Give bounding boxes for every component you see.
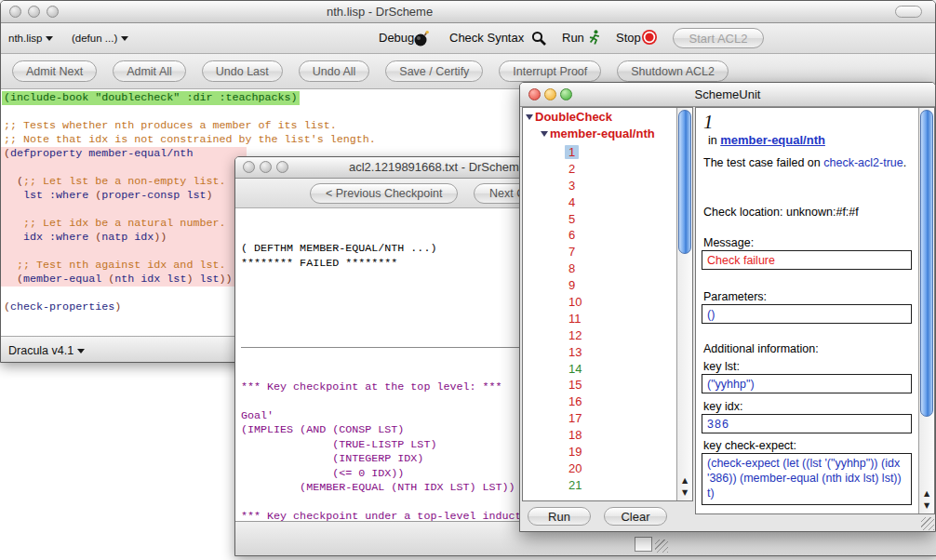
- search-icon[interactable]: [531, 31, 547, 47]
- runner-icon[interactable]: [586, 29, 602, 47]
- scroll-up-arrow[interactable]: ▲: [677, 474, 692, 487]
- test-tree-pane[interactable]: DoubleCheck member-equal/nth 12345678910…: [522, 107, 693, 501]
- admit-all-button[interactable]: Admit All: [113, 60, 186, 82]
- defun-menu[interactable]: (defun ...): [72, 33, 128, 44]
- test-case-16[interactable]: 16: [565, 393, 585, 410]
- minimize-button[interactable]: [260, 161, 272, 173]
- test-case-13[interactable]: 13: [565, 344, 585, 361]
- suite-link[interactable]: member-equal/nth: [720, 133, 825, 147]
- disclosure-triangle-icon[interactable]: [526, 114, 533, 120]
- test-detail-pane: 1 in member-equal/nth The test case fail…: [695, 107, 935, 514]
- test-case-8[interactable]: 8: [565, 260, 585, 277]
- scrollbar-thumb[interactable]: [920, 110, 933, 417]
- test-case-number[interactable]: 14: [565, 362, 585, 376]
- test-case-number[interactable]: 11: [565, 312, 585, 326]
- test-case-number[interactable]: 19: [565, 445, 585, 459]
- test-case-6[interactable]: 6: [565, 227, 585, 244]
- test-case-19[interactable]: 19: [565, 444, 585, 460]
- test-case-5[interactable]: 5: [565, 211, 585, 228]
- disclosure-triangle-icon[interactable]: [541, 131, 548, 137]
- test-case-2[interactable]: 2: [565, 161, 585, 178]
- test-case-number[interactable]: 8: [565, 261, 579, 275]
- save-certify-button[interactable]: Save / Certify: [385, 60, 483, 82]
- test-case-14[interactable]: 14: [565, 361, 585, 378]
- test-case-number[interactable]: 12: [565, 328, 585, 342]
- test-case-number[interactable]: 21: [565, 478, 585, 492]
- test-case-number[interactable]: 15: [565, 378, 585, 392]
- test-case-number[interactable]: 13: [565, 345, 585, 359]
- scroll-up-arrow[interactable]: ▲: [919, 487, 934, 500]
- scroll-down-arrow[interactable]: ▼: [677, 487, 692, 499]
- test-case-7[interactable]: 7: [565, 244, 585, 260]
- test-case-4[interactable]: 4: [565, 194, 585, 211]
- admit-next-button[interactable]: Admit Next: [12, 60, 97, 82]
- detail-scrollbar[interactable]: ▲ ▼: [918, 108, 934, 513]
- stop-button[interactable]: Stop: [616, 31, 641, 45]
- close-button[interactable]: [9, 6, 21, 18]
- minimize-button[interactable]: [28, 6, 40, 18]
- chevron-down-icon: [77, 349, 85, 353]
- zoom-button[interactable]: [47, 6, 59, 18]
- test-case-number[interactable]: 7: [565, 245, 579, 259]
- scrollbar-thumb[interactable]: [678, 110, 691, 254]
- run-button[interactable]: Run: [562, 31, 584, 45]
- close-button[interactable]: [243, 161, 255, 173]
- tree-scrollbar[interactable]: ▲ ▼: [676, 108, 692, 500]
- tree-root[interactable]: DoubleCheck: [526, 110, 612, 124]
- test-case-9[interactable]: 9: [565, 277, 585, 294]
- main-titlebar[interactable]: nth.lisp - DrScheme: [1, 1, 935, 23]
- test-case-12[interactable]: 12: [565, 327, 585, 344]
- test-case-number[interactable]: 4: [565, 195, 579, 209]
- test-case-number[interactable]: 10: [565, 295, 585, 309]
- test-case-number[interactable]: 5: [565, 212, 579, 226]
- test-case-number[interactable]: 18: [565, 428, 585, 442]
- code-line: ;; Let idx be a natural number.: [1, 217, 247, 231]
- toolbar-toggle-button[interactable]: [895, 6, 922, 18]
- test-case-1[interactable]: 1: [565, 144, 585, 161]
- clear-button[interactable]: Clear: [604, 507, 667, 526]
- test-case-10[interactable]: 10: [565, 294, 585, 311]
- defun-menu-label: (defun ...): [72, 33, 117, 44]
- test-case-11[interactable]: 11: [565, 311, 585, 327]
- test-case-number[interactable]: 2: [565, 162, 579, 176]
- test-case-3[interactable]: 3: [565, 178, 585, 194]
- scroll-down-arrow[interactable]: ▼: [919, 500, 934, 512]
- test-case-number[interactable]: 9: [565, 278, 579, 292]
- zoom-button[interactable]: [276, 161, 288, 173]
- debug-button[interactable]: Debug: [379, 31, 414, 45]
- start-acl2-button[interactable]: Start ACL2: [673, 28, 764, 48]
- test-case-number[interactable]: 20: [565, 461, 585, 475]
- schemeunit-titlebar[interactable]: SchemeUnit: [520, 83, 935, 107]
- undo-last-button[interactable]: Undo Last: [202, 60, 283, 82]
- test-case-15[interactable]: 15: [565, 377, 585, 393]
- key-check-expect-value-field: (check-expect (let ((lst '("yyhhp")) (id…: [702, 453, 912, 505]
- tree-suite[interactable]: member-equal/nth: [541, 127, 655, 140]
- test-case-number[interactable]: 1: [565, 145, 579, 159]
- code-line: lst :where (proper-consp lst): [1, 189, 247, 203]
- test-case-20[interactable]: 20: [565, 460, 585, 477]
- interrupt-proof-button[interactable]: Interrupt Proof: [499, 60, 601, 82]
- shutdown-acl2-button[interactable]: Shutdown ACL2: [617, 60, 729, 82]
- code-line: idx :where (natp idx)): [1, 231, 247, 245]
- test-case-list: 123456789101112131415161718192021: [565, 144, 585, 494]
- resize-grip[interactable]: [921, 517, 934, 530]
- resize-grip[interactable]: [655, 540, 668, 553]
- failure-description: The test case failed on check-acl2-true.: [703, 156, 908, 171]
- test-case-18[interactable]: 18: [565, 427, 585, 444]
- test-case-21[interactable]: 21: [565, 477, 585, 494]
- check-syntax-button[interactable]: Check Syntax: [449, 31, 524, 45]
- test-case-number[interactable]: 17: [565, 411, 585, 425]
- dracula-version-menu[interactable]: Dracula v4.1: [8, 344, 85, 357]
- undo-all-button[interactable]: Undo All: [299, 60, 370, 82]
- test-case-number[interactable]: 3: [565, 179, 579, 193]
- code-line: (defproperty member-equal/nth: [1, 147, 247, 161]
- filename-menu[interactable]: nth.lisp: [8, 33, 53, 44]
- bomb-icon[interactable]: [413, 30, 430, 47]
- test-case-number[interactable]: 16: [565, 394, 585, 408]
- test-case-17[interactable]: 17: [565, 410, 585, 427]
- stop-icon[interactable]: [641, 29, 658, 46]
- key-check-expect-label: key check-expect:: [703, 439, 796, 452]
- test-case-number[interactable]: 6: [565, 228, 579, 242]
- previous-checkpoint-button[interactable]: < Previous Checkpoint: [310, 183, 458, 204]
- run-tests-button[interactable]: Run: [528, 507, 591, 526]
